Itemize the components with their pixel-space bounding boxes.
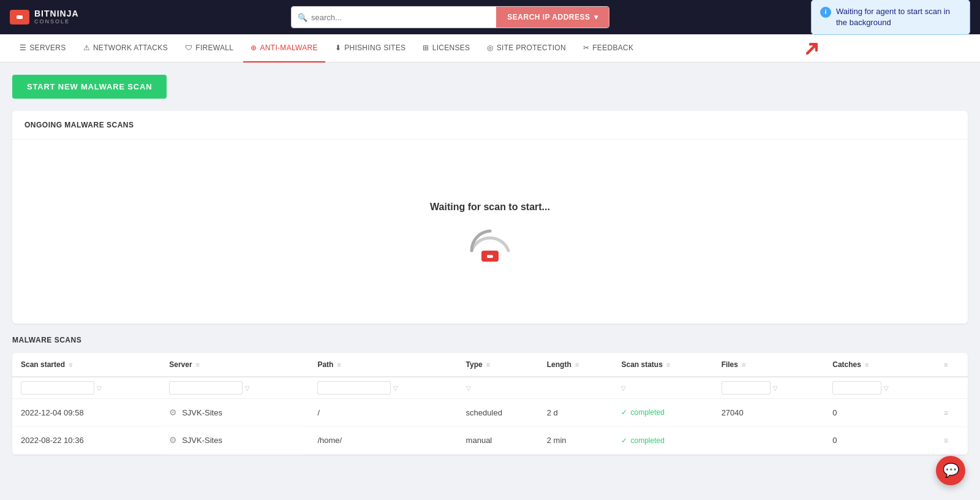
search-input[interactable]	[311, 13, 490, 22]
table-body: 2022-12-04 09:58 ⚙ SJVK-Sites / schedule…	[12, 399, 968, 455]
cell-server: ⚙ SJVK-Sites	[160, 399, 309, 426]
chevron-down-icon: ▾	[594, 13, 598, 21]
status-text: completed	[630, 436, 664, 445]
th-actions: ≡	[935, 353, 968, 377]
anti-malware-icon: ⊕	[251, 44, 257, 52]
ongoing-scans-body: Waiting for scan to start...	[12, 140, 968, 324]
server-gear-icon[interactable]: ⚙	[169, 407, 177, 417]
filter-row: ▽ ▽ ▽	[12, 377, 968, 399]
th-files: Files ≡	[713, 353, 824, 377]
col-menu-icon[interactable]: ≡	[742, 361, 745, 368]
cell-scan-started: 2022-12-04 09:58	[12, 399, 160, 427]
filter-cell-catches: ▽	[824, 377, 935, 399]
filter-input-server[interactable]	[169, 381, 243, 395]
col-menu-icon[interactable]: ≡	[486, 361, 490, 368]
filter-input-scan-started[interactable]	[21, 381, 94, 395]
table-row: 2022-08-22 10:36 ⚙ SJVK-Sites /home/ man…	[12, 426, 968, 454]
feedback-icon: ✂	[583, 44, 589, 52]
arrow-indicator: ➜	[802, 36, 821, 61]
sidebar-item-phishing-sites[interactable]: ⬇ PHISHING SITES	[328, 34, 413, 63]
sidebar-item-label: NETWORK ATTACKS	[93, 44, 168, 52]
table-row: 2022-12-04 09:58 ⚙ SJVK-Sites / schedule…	[12, 399, 968, 427]
start-scan-label: START NEW MALWARE SCAN	[27, 82, 152, 91]
cell-path: /home/	[309, 426, 457, 454]
table-header-row: Scan started ≡ Server ≡	[12, 353, 968, 377]
cell-server: ⚙ SJVK-Sites	[160, 426, 309, 454]
search-bar: 🔍 SEARCH IP ADDRESS ▾	[291, 6, 609, 28]
filter-icon: ▽	[884, 385, 889, 392]
sidebar-item-anti-malware[interactable]: ⊕ ANTI-MALWARE	[243, 34, 325, 63]
row-menu-icon[interactable]: ≡	[944, 436, 948, 445]
cell-catches: 0	[824, 399, 935, 427]
col-menu-icon[interactable]: ≡	[69, 361, 72, 368]
notification-text: Waiting for agent to start scan in the b…	[836, 6, 961, 28]
sidebar-item-label: FEEDBACK	[592, 44, 633, 52]
col-menu-icon[interactable]: ≡	[944, 361, 948, 368]
cell-type: scheduled	[458, 399, 538, 427]
header: BITNINJA CONSOLE 🔍 SEARCH IP ADDRESS ▾ i…	[0, 0, 980, 34]
filter-cell-files: ▽	[713, 377, 824, 399]
th-type: Type ≡	[458, 353, 538, 377]
filter-icon: ▽	[245, 385, 250, 392]
filter-cell-type: ▽	[458, 377, 538, 399]
sidebar-item-label: SITE PROTECTION	[497, 44, 566, 52]
start-new-malware-scan-button[interactable]: START NEW MALWARE SCAN	[12, 75, 167, 99]
filter-cell-length	[538, 377, 613, 399]
ongoing-scans-title: ONGOING MALWARE SCANS	[24, 121, 134, 129]
spinner-container	[466, 225, 514, 262]
col-label-server: Server	[169, 360, 192, 369]
col-label-scan-started: Scan started	[21, 360, 65, 369]
filter-cell-scan-started: ▽	[12, 377, 160, 399]
th-length: Length ≡	[538, 353, 613, 377]
sidebar-item-feedback[interactable]: ✂ FEEDBACK	[576, 34, 641, 63]
col-label-scan-status: Scan status	[621, 360, 662, 369]
filter-icon: ▽	[773, 385, 778, 392]
waiting-text: Waiting for scan to start...	[430, 202, 550, 213]
filter-input-path[interactable]	[317, 381, 391, 395]
cell-path: /	[309, 399, 457, 427]
scans-table-inner: Scan started ≡ Server ≡	[12, 353, 968, 455]
search-ip-label: SEARCH IP ADDRESS	[507, 13, 590, 21]
filter-cell-scan-status: ▽	[612, 377, 712, 399]
filter-input-catches[interactable]	[832, 381, 881, 395]
col-menu-icon[interactable]: ≡	[575, 361, 579, 368]
sidebar-item-servers[interactable]: ☰ SERVERS	[12, 34, 74, 63]
network-attacks-icon: ⚠	[83, 44, 90, 52]
filter-icon: ▽	[466, 385, 471, 392]
sidebar-item-label: ANTI-MALWARE	[260, 44, 318, 52]
filter-icon: ▽	[621, 385, 626, 392]
col-menu-icon[interactable]: ≡	[337, 361, 341, 368]
filter-cell-actions	[935, 377, 968, 399]
col-menu-icon[interactable]: ≡	[865, 361, 869, 368]
col-menu-icon[interactable]: ≡	[666, 361, 670, 368]
malware-scans-title: MALWARE SCANS	[12, 336, 968, 344]
th-scan-started: Scan started ≡	[12, 353, 160, 377]
th-scan-status: Scan status ≡	[612, 353, 712, 377]
col-menu-icon[interactable]: ≡	[196, 361, 200, 368]
cell-actions: ≡	[935, 399, 968, 427]
main-content: START NEW MALWARE SCAN ONGOING MALWARE S…	[0, 63, 980, 467]
th-server: Server ≡	[160, 353, 309, 377]
logo-brand: BITNINJA	[34, 9, 79, 18]
sidebar-item-label: LICENSES	[432, 44, 470, 52]
server-gear-icon[interactable]: ⚙	[169, 435, 177, 445]
filter-input-files[interactable]	[722, 381, 771, 395]
search-input-wrap: 🔍	[292, 7, 496, 28]
row-menu-icon[interactable]: ≡	[944, 409, 948, 417]
search-icon: 🔍	[298, 13, 307, 22]
col-label-catches: Catches	[832, 360, 861, 369]
cell-files: 27040	[713, 399, 824, 427]
sidebar-item-licenses[interactable]: ⊞ LICENSES	[415, 34, 477, 63]
col-label-path: Path	[317, 360, 333, 369]
cell-catches: 0	[824, 426, 935, 454]
sidebar-item-site-protection[interactable]: ◎ SITE PROTECTION	[480, 34, 573, 63]
sidebar-item-network-attacks[interactable]: ⚠ NETWORK ATTACKS	[76, 34, 175, 63]
status-text: completed	[630, 408, 664, 417]
col-label-type: Type	[466, 360, 483, 369]
th-path: Path ≡	[309, 353, 457, 377]
cell-scan-status: ✓ completed	[612, 426, 712, 454]
sidebar-item-firewall[interactable]: 🛡 FIREWALL	[178, 34, 241, 63]
sidebar-item-label: SERVERS	[29, 44, 66, 52]
filter-icon: ▽	[97, 385, 102, 392]
search-ip-button[interactable]: SEARCH IP ADDRESS ▾	[496, 7, 609, 28]
